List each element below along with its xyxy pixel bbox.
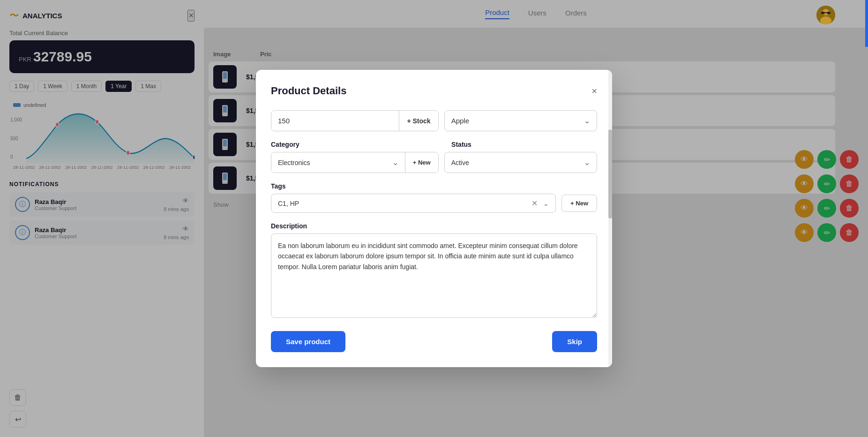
tags-chevron-icon: ⌄: [543, 200, 549, 207]
status-select-value: Active: [451, 159, 469, 166]
tags-row: C1, HP ✕ ⌄ + New: [271, 194, 597, 213]
blue-side-strip: [865, 0, 868, 47]
tags-clear-button[interactable]: ✕: [530, 199, 539, 208]
status-label: Status: [451, 141, 597, 148]
category-select-group: Electronics ⌄ + New: [271, 152, 439, 173]
modal-title: Product Details: [271, 85, 346, 97]
category-status-row: Electronics ⌄ + New Active ⌄: [271, 152, 597, 173]
stock-input-group: + Stock: [271, 110, 439, 131]
product-details-modal: Product Details × + Stock Apple ⌄ Catego…: [256, 70, 612, 367]
user-avatar-image: [816, 6, 835, 24]
save-product-button[interactable]: Save product: [271, 331, 345, 352]
modal-header: Product Details ×: [271, 85, 597, 97]
category-label: Category: [271, 141, 446, 148]
status-chevron-icon: ⌄: [584, 158, 590, 167]
form-labels-row: Category Status: [271, 141, 597, 148]
stock-number-input[interactable]: [271, 111, 399, 131]
category-select-value: Electronics: [278, 159, 310, 166]
description-textarea[interactable]: [271, 234, 597, 318]
tags-input-group[interactable]: C1, HP ✕ ⌄: [271, 194, 556, 213]
category-chevron-icon: ⌄: [392, 158, 398, 167]
modal-scrollbar-thumb: [608, 129, 612, 218]
brand-select-dropdown[interactable]: Apple ⌄: [444, 110, 597, 131]
tags-value: C1, HP: [278, 200, 526, 207]
modal-scrollbar[interactable]: [608, 70, 612, 367]
modal-overlay[interactable]: Product Details × + Stock Apple ⌄ Catego…: [0, 0, 868, 437]
tags-new-button[interactable]: + New: [561, 195, 597, 212]
stock-button[interactable]: + Stock: [399, 111, 438, 131]
svg-rect-7: [821, 12, 825, 14]
modal-footer: Save product Skip: [271, 331, 597, 352]
skip-button[interactable]: Skip: [552, 331, 597, 352]
brand-select-value: Apple: [451, 117, 469, 125]
category-select-field[interactable]: Electronics ⌄: [271, 152, 405, 173]
brand-chevron-icon: ⌄: [584, 116, 590, 125]
description-label: Description: [271, 222, 597, 230]
svg-rect-8: [827, 12, 831, 14]
stock-brand-row: + Stock Apple ⌄: [271, 110, 597, 131]
modal-close-button[interactable]: ×: [591, 86, 597, 96]
user-avatar[interactable]: [816, 6, 835, 24]
status-select-dropdown[interactable]: Active ⌄: [444, 152, 597, 173]
tags-label: Tags: [271, 182, 597, 190]
category-new-button[interactable]: + New: [405, 152, 438, 173]
avatar-svg: [816, 6, 835, 24]
